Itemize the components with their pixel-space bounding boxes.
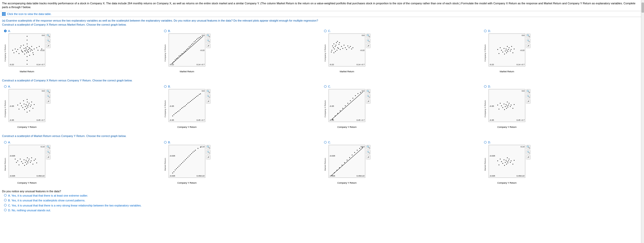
row3-d-zoom-in[interactable]: 🔍 bbox=[526, 145, 531, 149]
unusual-d[interactable]: D. No, nothing unusual stands out. bbox=[4, 209, 640, 212]
row1-c-zoom-out[interactable]: 🔍 bbox=[366, 39, 371, 43]
data-table-link[interactable]: Click the icon to view the data table. bbox=[0, 11, 644, 17]
zoom-in-btn[interactable]: 🔍 bbox=[46, 33, 51, 38]
row2-d-export[interactable]: ↗ bbox=[526, 99, 531, 104]
row2-d-label[interactable]: D. bbox=[484, 85, 491, 88]
row3-c-radio[interactable] bbox=[324, 141, 327, 144]
row2-c-export[interactable]: ↗ bbox=[366, 99, 371, 104]
svg-point-97 bbox=[506, 48, 507, 49]
row1-c-zoom-in[interactable]: 🔍 bbox=[366, 33, 371, 38]
row2-d-radio[interactable] bbox=[484, 85, 487, 88]
unusual-b[interactable]: B. Yes, it is unusual that the scatterpl… bbox=[4, 199, 640, 202]
svg-point-180 bbox=[508, 105, 509, 106]
unusual-c-radio[interactable] bbox=[4, 204, 7, 206]
svg-point-259 bbox=[506, 164, 507, 164]
svg-point-111 bbox=[500, 47, 501, 48]
row3-option-a[interactable]: A. Market Return bbox=[2, 140, 162, 188]
row3-d-zoom-out[interactable]: 🔍 bbox=[526, 150, 531, 154]
icon-link-text[interactable]: Click the icon to view the data table. bbox=[7, 12, 51, 15]
row1-a-label[interactable]: A. bbox=[4, 29, 11, 32]
row1-b-zoom-out[interactable]: 🔍 bbox=[206, 39, 211, 43]
row2-a-zoom-out[interactable]: 🔍 bbox=[46, 94, 51, 99]
row3-a-radio[interactable] bbox=[4, 141, 7, 144]
row2-a-export[interactable]: ↗ bbox=[46, 99, 51, 104]
row1-option-c[interactable]: C. Company X Return bbox=[322, 28, 482, 76]
row1-a-radio[interactable] bbox=[4, 30, 7, 32]
row3-b-radio[interactable] bbox=[164, 141, 167, 144]
row2-chart-a: Company X Return bbox=[4, 89, 52, 131]
row3-c-export[interactable]: ↗ bbox=[366, 155, 371, 160]
unusual-d-radio[interactable] bbox=[4, 209, 7, 211]
svg-point-190 bbox=[500, 103, 501, 104]
row1-b-export[interactable]: ↗ bbox=[206, 44, 211, 48]
row3-c-label[interactable]: C. bbox=[324, 141, 331, 144]
row3-d-label[interactable]: D. bbox=[484, 141, 491, 144]
row1-options: A. Company X Return bbox=[2, 28, 642, 76]
row1-d-label[interactable]: D. bbox=[484, 29, 491, 32]
row2-a-zoom-in[interactable]: 🔍 bbox=[46, 89, 51, 94]
row2-c-zoom-out[interactable]: 🔍 bbox=[366, 94, 371, 99]
row1-d-zoom-in[interactable]: 🔍 bbox=[526, 33, 531, 38]
row1-c-radio[interactable] bbox=[324, 30, 327, 32]
row1-option-a[interactable]: A. Company X Return bbox=[2, 28, 162, 76]
row3-a-zoom-out[interactable]: 🔍 bbox=[46, 150, 51, 154]
svg-point-200 bbox=[26, 164, 27, 164]
row2-b-zoom-in[interactable]: 🔍 bbox=[206, 89, 211, 94]
row3-d-radio[interactable] bbox=[484, 141, 487, 144]
row1-option-b[interactable]: B. Company X Return bbox=[162, 28, 322, 76]
row3-a-zoom-in[interactable]: 🔍 bbox=[46, 145, 51, 149]
row2-c-radio[interactable] bbox=[324, 85, 327, 88]
row2-b-export[interactable]: ↗ bbox=[206, 99, 211, 104]
row3-option-c[interactable]: C. Market Return bbox=[322, 140, 482, 188]
row1-b-zoom-in[interactable]: 🔍 bbox=[206, 33, 211, 38]
row1-d-radio[interactable] bbox=[484, 30, 487, 32]
zoom-out-btn[interactable]: 🔍 bbox=[46, 39, 51, 43]
row2-option-d[interactable]: D. Company X Return bbox=[482, 84, 642, 132]
scrollbar-thumb[interactable] bbox=[641, 3, 644, 13]
svg-point-264 bbox=[507, 157, 508, 158]
row2-c-zoom-in[interactable]: 🔍 bbox=[366, 89, 371, 94]
row2-b-label[interactable]: B. bbox=[164, 85, 171, 88]
row3-option-b[interactable]: B. Market Return bbox=[162, 140, 322, 188]
row2-b-zoom-out[interactable]: 🔍 bbox=[206, 94, 211, 99]
row2-d-zoom-in[interactable]: 🔍 bbox=[526, 89, 531, 94]
row3-a-export[interactable]: ↗ bbox=[46, 155, 51, 160]
row1-c-label[interactable]: C. bbox=[324, 29, 331, 32]
svg-point-104 bbox=[502, 51, 503, 52]
row3-c-zoom-in[interactable]: 🔍 bbox=[366, 145, 371, 149]
row3-b-export[interactable]: ↗ bbox=[206, 155, 211, 160]
unusual-a-radio[interactable] bbox=[4, 194, 7, 197]
row2-option-c[interactable]: C. Company X Return bbox=[322, 84, 482, 132]
unusual-b-radio[interactable] bbox=[4, 199, 7, 201]
row3-b-label[interactable]: B. bbox=[164, 141, 171, 144]
row2-a-radio[interactable] bbox=[4, 85, 7, 88]
row1-d-export[interactable]: ↗ bbox=[526, 44, 531, 48]
row2-a-label[interactable]: A. bbox=[4, 85, 11, 88]
row2-option-a[interactable]: A. Company X Return bbox=[2, 84, 162, 132]
row1-b-radio[interactable] bbox=[164, 30, 167, 32]
row3-a-label[interactable]: A. bbox=[4, 141, 11, 144]
row2-option-b[interactable]: B. Company X Return bbox=[162, 84, 322, 132]
unusual-c[interactable]: C. Yes, it is unusual that that there is… bbox=[4, 204, 640, 207]
svg-point-126 bbox=[27, 102, 28, 102]
row2-b-radio[interactable] bbox=[164, 85, 167, 88]
svg-point-195 bbox=[27, 161, 28, 162]
row2-d-zoom-out[interactable]: 🔍 bbox=[526, 94, 531, 99]
unusual-a[interactable]: A. Yes, it is unusual that that there is… bbox=[4, 194, 640, 198]
svg-point-57 bbox=[174, 61, 174, 62]
row3-option-d[interactable]: D. Market Return bbox=[482, 140, 642, 188]
svg-point-269 bbox=[513, 164, 513, 164]
row1-b-label[interactable]: B. bbox=[164, 29, 171, 32]
export-btn[interactable]: ↗ bbox=[46, 44, 51, 48]
row1-option-d[interactable]: D. Company X Return bbox=[482, 28, 642, 76]
row1-c-export[interactable]: ↗ bbox=[366, 44, 371, 48]
svg-point-39 bbox=[27, 60, 28, 61]
row1-d-zoom-out[interactable]: 🔍 bbox=[526, 39, 531, 43]
row3-b-zoom-out[interactable]: 🔍 bbox=[206, 150, 211, 154]
row3-d-export[interactable]: ↗ bbox=[526, 155, 531, 160]
row3-b-zoom-in[interactable]: 🔍 bbox=[206, 145, 211, 149]
row2-c-label[interactable]: C. bbox=[324, 85, 331, 88]
scrollbar[interactable] bbox=[641, 0, 644, 243]
row3-c-zoom-out[interactable]: 🔍 bbox=[366, 150, 371, 154]
svg-point-209 bbox=[31, 157, 32, 158]
